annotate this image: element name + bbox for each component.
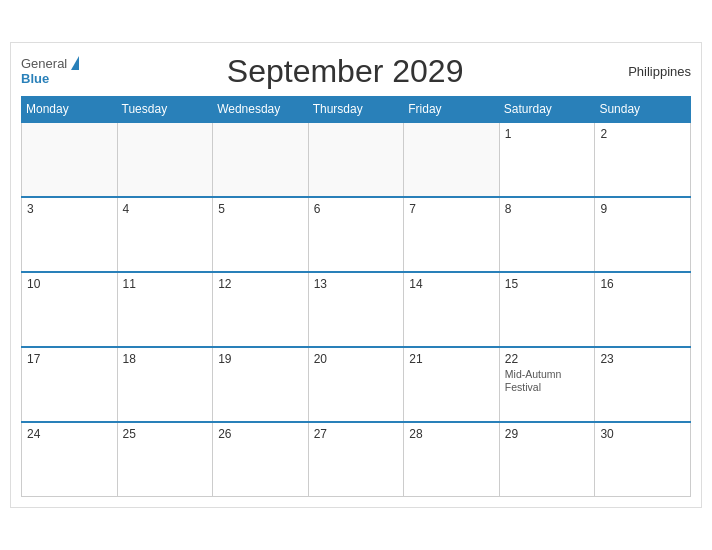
event-label: Mid-Autumn Festival bbox=[505, 368, 590, 395]
calendar-cell: 10 bbox=[22, 272, 118, 347]
day-number: 16 bbox=[600, 277, 685, 291]
calendar-cell: 22Mid-Autumn Festival bbox=[499, 347, 595, 422]
day-number: 24 bbox=[27, 427, 112, 441]
day-number: 28 bbox=[409, 427, 494, 441]
day-number: 5 bbox=[218, 202, 303, 216]
calendar-cell: 21 bbox=[404, 347, 500, 422]
day-number: 26 bbox=[218, 427, 303, 441]
calendar-cell: 20 bbox=[308, 347, 404, 422]
calendar-cell: 11 bbox=[117, 272, 213, 347]
calendar-cell: 18 bbox=[117, 347, 213, 422]
calendar-cell: 27 bbox=[308, 422, 404, 497]
day-number: 15 bbox=[505, 277, 590, 291]
calendar-header: General Blue September 2029 Philippines bbox=[21, 53, 691, 90]
day-number: 27 bbox=[314, 427, 399, 441]
calendar-cell: 29 bbox=[499, 422, 595, 497]
calendar-cell: 2 bbox=[595, 122, 691, 197]
calendar-cell: 1 bbox=[499, 122, 595, 197]
calendar-cell bbox=[213, 122, 309, 197]
calendar-week-row: 171819202122Mid-Autumn Festival23 bbox=[22, 347, 691, 422]
calendar-cell: 16 bbox=[595, 272, 691, 347]
calendar-cell bbox=[22, 122, 118, 197]
calendar-cell: 3 bbox=[22, 197, 118, 272]
day-number: 11 bbox=[123, 277, 208, 291]
day-number: 2 bbox=[600, 127, 685, 141]
day-number: 20 bbox=[314, 352, 399, 366]
day-number: 10 bbox=[27, 277, 112, 291]
calendar-cell: 17 bbox=[22, 347, 118, 422]
day-number: 9 bbox=[600, 202, 685, 216]
day-number: 13 bbox=[314, 277, 399, 291]
calendar-week-row: 24252627282930 bbox=[22, 422, 691, 497]
day-number: 22 bbox=[505, 352, 590, 366]
day-number: 4 bbox=[123, 202, 208, 216]
weekday-header-thursday: Thursday bbox=[308, 96, 404, 122]
day-number: 3 bbox=[27, 202, 112, 216]
calendar-cell: 19 bbox=[213, 347, 309, 422]
calendar-cell: 12 bbox=[213, 272, 309, 347]
day-number: 1 bbox=[505, 127, 590, 141]
day-number: 23 bbox=[600, 352, 685, 366]
day-number: 8 bbox=[505, 202, 590, 216]
country-label: Philippines bbox=[611, 64, 691, 79]
weekday-header-friday: Friday bbox=[404, 96, 500, 122]
weekday-header-tuesday: Tuesday bbox=[117, 96, 213, 122]
calendar-cell: 14 bbox=[404, 272, 500, 347]
calendar-header-row: MondayTuesdayWednesdayThursdayFridaySatu… bbox=[22, 96, 691, 122]
calendar-cell: 8 bbox=[499, 197, 595, 272]
calendar-week-row: 10111213141516 bbox=[22, 272, 691, 347]
calendar-cell: 30 bbox=[595, 422, 691, 497]
weekday-header-monday: Monday bbox=[22, 96, 118, 122]
day-number: 25 bbox=[123, 427, 208, 441]
day-number: 21 bbox=[409, 352, 494, 366]
day-number: 12 bbox=[218, 277, 303, 291]
calendar-week-row: 3456789 bbox=[22, 197, 691, 272]
logo: General Blue bbox=[21, 56, 79, 87]
calendar-cell: 7 bbox=[404, 197, 500, 272]
calendar-cell: 28 bbox=[404, 422, 500, 497]
day-number: 7 bbox=[409, 202, 494, 216]
logo-triangle-icon bbox=[71, 56, 79, 70]
day-number: 19 bbox=[218, 352, 303, 366]
logo-general-text: General bbox=[21, 56, 67, 72]
day-number: 29 bbox=[505, 427, 590, 441]
calendar-cell: 13 bbox=[308, 272, 404, 347]
calendar-cell: 5 bbox=[213, 197, 309, 272]
day-number: 18 bbox=[123, 352, 208, 366]
day-number: 14 bbox=[409, 277, 494, 291]
calendar-cell: 9 bbox=[595, 197, 691, 272]
calendar-cell: 6 bbox=[308, 197, 404, 272]
calendar-cell: 15 bbox=[499, 272, 595, 347]
calendar-cell: 24 bbox=[22, 422, 118, 497]
day-number: 17 bbox=[27, 352, 112, 366]
calendar-cell: 26 bbox=[213, 422, 309, 497]
calendar-cell: 23 bbox=[595, 347, 691, 422]
calendar-cell bbox=[404, 122, 500, 197]
calendar-cell bbox=[308, 122, 404, 197]
weekday-header-saturday: Saturday bbox=[499, 96, 595, 122]
calendar-week-row: 12 bbox=[22, 122, 691, 197]
calendar-grid: MondayTuesdayWednesdayThursdayFridaySatu… bbox=[21, 96, 691, 498]
day-number: 30 bbox=[600, 427, 685, 441]
logo-blue-text: Blue bbox=[21, 71, 49, 87]
weekday-header-sunday: Sunday bbox=[595, 96, 691, 122]
calendar-cell bbox=[117, 122, 213, 197]
calendar-wrapper: General Blue September 2029 Philippines … bbox=[10, 42, 702, 509]
calendar-cell: 25 bbox=[117, 422, 213, 497]
day-number: 6 bbox=[314, 202, 399, 216]
calendar-cell: 4 bbox=[117, 197, 213, 272]
weekday-header-wednesday: Wednesday bbox=[213, 96, 309, 122]
calendar-title: September 2029 bbox=[79, 53, 611, 90]
